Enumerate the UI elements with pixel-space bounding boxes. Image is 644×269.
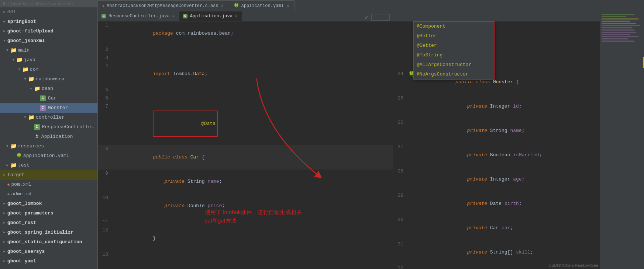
sidebar-item-yaml[interactable]: ▸ 🍀 application.yaml bbox=[0, 151, 97, 161]
sidebar-item-jsonxml[interactable]: ▾ gboot_jsonxml bbox=[0, 36, 97, 46]
annotation-box: @Data bbox=[153, 111, 218, 137]
sidebar-label: gboot_lombok bbox=[7, 200, 42, 208]
sidebar-label: bean bbox=[42, 85, 53, 93]
tab-label: application.yaml bbox=[241, 3, 284, 8]
tab-close-abstractjackson[interactable]: ✕ bbox=[220, 3, 224, 9]
sidebar-label: Car bbox=[48, 94, 56, 102]
folder-arrow: ▸ bbox=[12, 152, 15, 160]
autocomplete-popup[interactable]: @Component @Setter @Getter @ToString @Al… bbox=[413, 21, 495, 80]
sidebar-item-rest[interactable]: ▸ gboot_rest bbox=[0, 218, 97, 228]
sidebar-item-java[interactable]: ▾ 📁 java bbox=[0, 55, 97, 65]
right-code-line-26: 26 private String name; bbox=[393, 119, 600, 143]
folder-arrow: ▸ bbox=[3, 228, 6, 237]
sidebar-item-application[interactable]: ▸ 🍃 Application bbox=[0, 132, 97, 142]
right-code-line-30: 30 private Car car; bbox=[393, 216, 600, 240]
code-line-6: 6 bbox=[98, 94, 393, 102]
right-code-line-31: 31 private String[] skill; bbox=[393, 240, 600, 265]
tab-applicationjava[interactable]: C Application.java ✕ bbox=[179, 11, 242, 21]
code-line-12: 12 } bbox=[98, 226, 393, 251]
code-line-10: 10 private Double price; bbox=[98, 194, 393, 218]
tab-label: AbstractJackson2HttpMessageConverter.cla… bbox=[107, 3, 218, 8]
sidebar-label: gboot_parameters bbox=[7, 209, 54, 217]
folder-icon: ▸ bbox=[3, 8, 6, 16]
popup-item-tostring[interactable]: @ToString bbox=[414, 50, 494, 60]
tab-abstractjackson[interactable]: ◈ AbstractJackson2HttpMessageConverter.c… bbox=[98, 0, 229, 11]
code-line-5: 5 bbox=[98, 86, 393, 94]
sidebar-path: E:/java/SpringBoot/quickstart bbox=[0, 0, 97, 7]
folder-icon: 📁 bbox=[10, 142, 17, 150]
folder-arrow: ▾ bbox=[24, 113, 27, 122]
folder-arrow: ▾ bbox=[12, 56, 15, 64]
sidebar-label: gboot-fileUpload bbox=[7, 27, 54, 35]
folder-arrow: ▾ bbox=[18, 66, 21, 74]
tab-responsecontroller[interactable]: C ResponseController.java ✕ bbox=[98, 11, 179, 21]
sidebar-item-main[interactable]: ▾ 📁 main bbox=[0, 46, 97, 55]
folder-icon: 📁 bbox=[34, 85, 40, 93]
sidebar-item-parameters[interactable]: ▸ gboot_parameters bbox=[0, 209, 97, 218]
right-code-area[interactable]: @Component @Setter @Getter @ToString @Al… bbox=[393, 21, 600, 269]
code-line-3: 3 bbox=[98, 54, 393, 62]
sidebar-item-target[interactable]: ▸ target bbox=[0, 170, 97, 180]
folder-arrow: ▾ bbox=[6, 142, 9, 150]
sidebar-item-monster[interactable]: ▸ C Monster bbox=[0, 103, 97, 113]
sidebar-label: gboot_jsonxml bbox=[7, 37, 45, 45]
popup-item-setter[interactable]: @Setter bbox=[414, 31, 494, 41]
folder-arrow: ▸ bbox=[35, 94, 38, 102]
tab-label: Application.java bbox=[190, 14, 233, 19]
structure-content bbox=[600, 13, 644, 268]
watermark: CSDN©China RainBowSea bbox=[547, 262, 600, 269]
structure-lines bbox=[600, 11, 644, 269]
sidebar-item-pomxml[interactable]: ▸ ◈ pom.xml bbox=[0, 180, 97, 189]
sidebar-item-yaml2[interactable]: ▸ gboot_yaml bbox=[0, 256, 97, 266]
folder-arrow: ▾ bbox=[6, 46, 9, 55]
folder-arrow: ▸ bbox=[3, 190, 6, 198]
popup-item-noargs[interactable]: @NoArgsConstructor bbox=[414, 70, 494, 79]
left-code-lines: 1 package com.rainbowsea.bean; 2 3 bbox=[98, 21, 393, 259]
sidebar-item-rainbowsea[interactable]: ▾ 📁 rainbowsea bbox=[0, 74, 97, 84]
popup-item-allargs[interactable]: @AllArgsConstructor bbox=[414, 60, 494, 70]
popup-item-getter[interactable]: @Getter bbox=[414, 41, 494, 50]
code-line-8: 8 public class Car { – bbox=[98, 145, 393, 170]
sidebar-label: adme.md bbox=[11, 190, 31, 198]
folder-arrow: ▸ bbox=[3, 209, 6, 217]
folder-arrow: ▸ bbox=[3, 27, 6, 35]
code-line-7: 7 @Data bbox=[98, 102, 393, 145]
sidebar-item-bean[interactable]: ▾ 📁 bean bbox=[0, 84, 97, 94]
sidebar-label: gboot_rest bbox=[7, 219, 36, 227]
left-editor-pane: C ResponseController.java ✕ C Applicatio… bbox=[98, 11, 393, 269]
tab-icon: C bbox=[183, 14, 187, 18]
sidebar-item-test[interactable]: ▸ 📁 test bbox=[0, 161, 97, 170]
folder-arrow: ▸ bbox=[30, 133, 32, 141]
code-line-1: 1 package com.rainbowsea.bean; bbox=[98, 21, 393, 46]
folder-icon: 📁 bbox=[10, 161, 17, 170]
folder-label: 001 bbox=[7, 8, 16, 16]
sidebar-item-static-config[interactable]: ▸ gboot_static_configuration bbox=[0, 237, 97, 247]
tab-label: ResponseController.java bbox=[109, 14, 170, 19]
sidebar-item-readme[interactable]: ▸ ◈ adme.md bbox=[0, 189, 97, 199]
minimap-thumbnail bbox=[371, 14, 390, 21]
folder-arrow: ▸ bbox=[3, 257, 6, 265]
left-code-area[interactable]: 1 package com.rainbowsea.bean; 2 3 bbox=[98, 21, 393, 269]
folder-arrow: ▾ bbox=[30, 85, 32, 93]
sidebar-item-com[interactable]: ▾ 📁 com bbox=[0, 65, 97, 74]
tab-applicationyaml[interactable]: 🍀 application.yaml ✕ bbox=[229, 0, 295, 11]
sidebar-item-springboot[interactable]: ▸ 001 bbox=[0, 7, 97, 17]
popup-item-component[interactable]: @Component bbox=[414, 22, 494, 31]
sidebar-item-resources[interactable]: ▾ 📁 resources bbox=[0, 142, 97, 151]
code-line-13: 13 bbox=[98, 251, 393, 259]
folder-icon: 📁 bbox=[28, 113, 34, 122]
tab-icon: C bbox=[101, 14, 106, 18]
tab-close-yaml[interactable]: ✕ bbox=[286, 3, 290, 9]
tab-close-applicationjava[interactable]: ✕ bbox=[234, 13, 238, 19]
sidebar-item-springboot2[interactable]: ▸ springBoot bbox=[0, 17, 97, 27]
sidebar-label: application.yaml bbox=[23, 152, 69, 160]
sidebar-item-controller[interactable]: ▾ 📁 controller bbox=[0, 113, 97, 122]
sidebar-item-spring-initializer[interactable]: ▸ gboot_spring_initializr bbox=[0, 228, 97, 237]
sidebar-item-usersys[interactable]: ▸ gboot_usersys bbox=[0, 247, 97, 256]
tab-close-responsecontroller[interactable]: ✕ bbox=[172, 13, 175, 19]
sidebar-item-fileupload[interactable]: ▸ gboot-fileUpload bbox=[0, 27, 97, 36]
sidebar-item-lombok[interactable]: ▸ gboot_lombok bbox=[0, 199, 97, 209]
sidebar-item-responsecontroller[interactable]: ▸ C ResponseControlle… bbox=[0, 122, 97, 132]
sidebar-item-car[interactable]: ▸ C Car bbox=[0, 94, 97, 103]
code-line-11: 11 bbox=[98, 218, 393, 226]
